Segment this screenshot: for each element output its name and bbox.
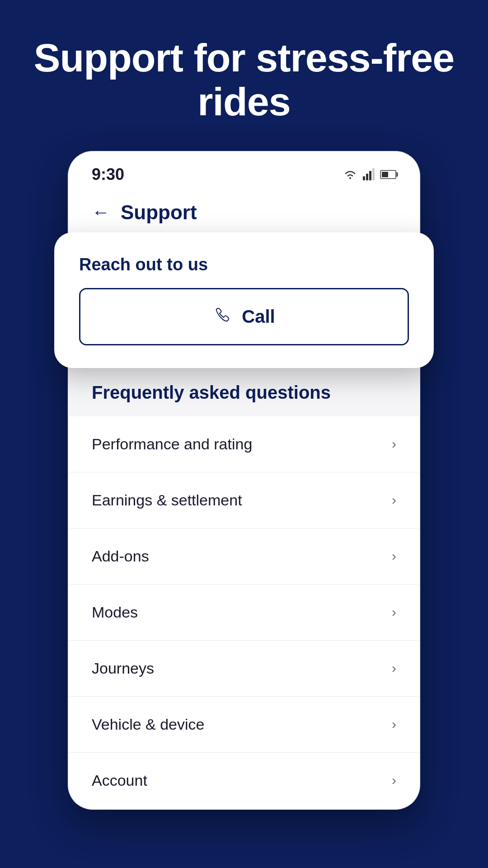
signal-icon <box>363 168 375 181</box>
chevron-right-icon: › <box>392 548 396 564</box>
floating-card: Reach out to us Call <box>54 232 434 368</box>
faq-section-title: Frequently asked questions <box>92 382 396 403</box>
faq-list-item[interactable]: Modes › <box>69 585 419 641</box>
call-button-label: Call <box>242 307 275 327</box>
faq-list-item[interactable]: Vehicle & device › <box>69 697 419 753</box>
svg-rect-1 <box>363 176 365 180</box>
battery-icon <box>380 170 396 179</box>
chevron-right-icon: › <box>392 604 396 620</box>
chevron-right-icon: › <box>392 717 396 732</box>
faq-title-area: Frequently asked questions <box>69 364 419 412</box>
faq-list-item[interactable]: Account › <box>69 753 419 808</box>
chevron-right-icon: › <box>392 660 396 676</box>
chevron-right-icon: › <box>392 436 396 452</box>
faq-list-item[interactable]: Add-ons › <box>69 528 419 585</box>
status-bar: 9:30 <box>69 152 419 192</box>
faq-item-label: Earnings & settlement <box>92 491 242 509</box>
faq-item-label: Add-ons <box>92 547 149 565</box>
call-button[interactable]: Call <box>79 288 409 345</box>
faq-item-label: Journeys <box>92 660 154 677</box>
phone-container: Reach out to us Call 9:30 <box>68 151 420 810</box>
app-header: ← Support <box>69 192 419 238</box>
chevron-right-icon: › <box>392 492 396 508</box>
wifi-icon <box>342 168 358 181</box>
faq-list-item[interactable]: Performance and rating › <box>69 416 419 472</box>
hero-section: Support for stress-free rides <box>0 0 488 142</box>
reach-out-title: Reach out to us <box>79 255 409 274</box>
svg-rect-3 <box>369 171 371 180</box>
app-header-title: Support <box>121 201 197 224</box>
chevron-right-icon: › <box>392 773 396 788</box>
svg-point-0 <box>349 177 351 179</box>
svg-rect-2 <box>366 174 368 180</box>
phone-icon <box>213 307 233 326</box>
faq-item-label: Vehicle & device <box>92 716 205 733</box>
status-time: 9:30 <box>92 165 124 184</box>
faq-list-item[interactable]: Earnings & settlement › <box>69 472 419 528</box>
faq-item-label: Account <box>92 772 147 789</box>
hero-title: Support for stress-free rides <box>27 36 461 124</box>
svg-rect-4 <box>372 168 375 180</box>
faq-item-label: Modes <box>92 604 138 621</box>
faq-list: Performance and rating › Earnings & sett… <box>69 416 419 808</box>
back-button[interactable]: ← <box>92 202 110 222</box>
faq-item-label: Performance and rating <box>92 435 252 453</box>
status-icons <box>342 168 396 181</box>
faq-list-item[interactable]: Journeys › <box>69 641 419 697</box>
